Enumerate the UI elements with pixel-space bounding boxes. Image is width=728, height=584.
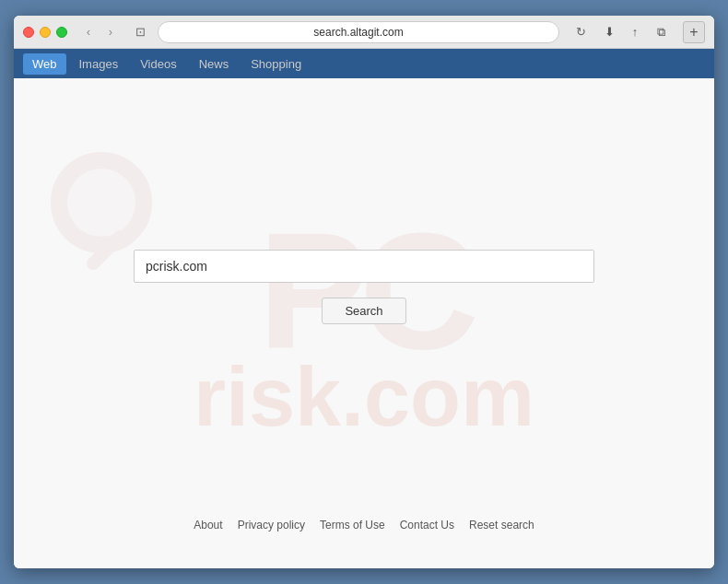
footer-privacy[interactable]: Privacy policy [238,519,305,531]
footer-reset-search[interactable]: Reset search [469,519,534,531]
search-input[interactable] [134,250,594,283]
magnifier-circle [51,152,152,253]
footer-terms[interactable]: Terms of Use [320,519,385,531]
minimize-button[interactable] [40,27,51,38]
maximize-button[interactable] [56,27,67,38]
close-button[interactable] [23,27,34,38]
nav-buttons: ‹ › [78,22,121,42]
footer-links: About Privacy policy Terms of Use Contac… [14,519,714,531]
reload-button[interactable]: ↻ [570,22,591,42]
tab-web[interactable]: Web [23,53,66,75]
search-nav-bar: Web Images Videos News Shopping [14,49,714,78]
tab-news[interactable]: News [190,53,239,75]
tab-videos[interactable]: Videos [131,53,186,75]
address-bar-wrap [158,21,559,43]
footer-about[interactable]: About [194,519,222,531]
footer-contact[interactable]: Contact Us [400,519,454,531]
watermark-risk: risk.com [194,356,534,438]
tabs-button[interactable]: ⧉ [650,21,672,43]
tab-shopping[interactable]: Shopping [241,53,311,75]
title-bar: ‹ › ⊡ ↻ ⬇ ↑ ⧉ + [14,16,714,49]
tab-icon-button[interactable]: ⊡ [130,22,150,42]
address-bar[interactable] [158,21,559,43]
download-button[interactable]: ⬇ [598,21,620,43]
tab-images[interactable]: Images [70,53,128,75]
back-button[interactable]: ‹ [78,22,99,42]
browser-window: ‹ › ⊡ ↻ ⬇ ↑ ⧉ + Web Images Videos News S… [14,16,714,568]
traffic-lights [23,27,67,38]
forward-button[interactable]: › [100,22,121,42]
toolbar-right: ⬇ ↑ ⧉ [598,21,672,43]
search-form: Search [134,250,594,324]
share-button[interactable]: ↑ [624,21,646,43]
magnifier-handle [84,228,129,273]
search-button[interactable]: Search [322,298,405,324]
content-area: PC risk.com Search About Privacy policy … [14,78,714,568]
new-tab-button[interactable]: + [683,21,705,43]
